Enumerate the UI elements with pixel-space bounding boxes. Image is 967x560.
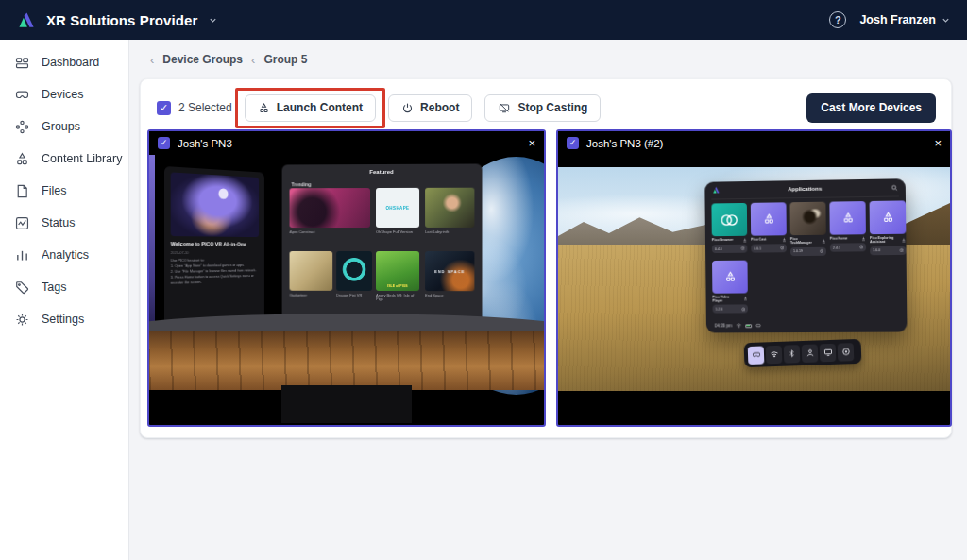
game-art-dragon bbox=[336, 251, 372, 291]
cast-stream-joshs-pn3[interactable]: Welcome to PICO VR All-in-One 2020-07-10… bbox=[149, 155, 544, 423]
app-tile: Pico Browser 0.4.0 bbox=[711, 203, 747, 257]
chevron-left-icon[interactable]: ‹ bbox=[150, 54, 154, 66]
floor-shadow bbox=[281, 385, 412, 423]
app-icon-content bbox=[870, 200, 907, 234]
letterbox-top bbox=[558, 155, 950, 167]
dock-power-button[interactable] bbox=[838, 343, 855, 362]
selected-count: 2 Selected bbox=[178, 101, 232, 114]
breadcrumb-device-groups[interactable]: Device Groups bbox=[162, 53, 243, 66]
device-panel-joshs-pn3-2: ✓ Josh's PN3 (#2) × bbox=[556, 129, 952, 427]
welcome-title: Welcome to PICO VR All-in-One bbox=[171, 241, 260, 248]
app-version-pill[interactable]: 1.0.19 bbox=[790, 246, 826, 255]
power-icon bbox=[401, 102, 414, 114]
content-library-icon bbox=[258, 102, 270, 114]
wood-floor bbox=[149, 331, 544, 390]
power-icon bbox=[840, 347, 850, 356]
reboot-button[interactable]: Reboot bbox=[388, 94, 472, 122]
cast-off-icon bbox=[498, 102, 511, 114]
sidebar-item-analytics[interactable]: Analytics bbox=[0, 239, 128, 271]
clock-icon bbox=[741, 307, 745, 312]
device-checkbox[interactable]: ✓ bbox=[567, 137, 579, 149]
game-art-isle-of-pigs: ISLE of PIGS bbox=[376, 251, 419, 291]
sidebar-item-tags[interactable]: Tags bbox=[0, 271, 128, 303]
download-icon bbox=[743, 297, 748, 301]
store-tile: OHSHAPE OhShape Full Version bbox=[376, 188, 419, 234]
search-icon bbox=[891, 184, 898, 191]
sidebar-item-settings[interactable]: Settings bbox=[0, 303, 128, 335]
app-version-pill[interactable]: 2.4.1 bbox=[830, 243, 866, 251]
device-panel-header: ✓ Josh's PN3 (#2) × bbox=[558, 131, 950, 155]
breadcrumb: ‹ Device Groups ‹ Group 5 bbox=[150, 53, 967, 66]
dock-headset-button[interactable] bbox=[748, 346, 765, 365]
select-all-checkbox[interactable]: ✓ bbox=[157, 101, 171, 115]
device-checkbox[interactable]: ✓ bbox=[158, 137, 170, 149]
user-menu[interactable]: Josh Franzen bbox=[859, 13, 950, 26]
dock-bluetooth-button[interactable] bbox=[784, 345, 801, 364]
controller-icon bbox=[755, 323, 761, 328]
store-tile: ISLE of PIGS Angry Birds VR: Isle of Pig… bbox=[376, 251, 419, 302]
close-icon[interactable]: × bbox=[934, 137, 942, 149]
app-tile: Pico Exploring Assistant 1.6.0 bbox=[870, 200, 907, 254]
game-art-ohshape: OHSHAPE bbox=[376, 188, 419, 228]
cast-stream-joshs-pn3-2[interactable]: Applications bbox=[558, 155, 950, 423]
sidebar-item-groups[interactable]: Groups bbox=[0, 110, 128, 143]
app-version-pill[interactable]: 1.2.6 bbox=[713, 305, 749, 314]
store-tile: END SPACE End Space bbox=[425, 251, 474, 298]
download-icon bbox=[742, 238, 747, 243]
close-icon[interactable]: × bbox=[528, 137, 535, 149]
store-tile: Gadgeteer bbox=[290, 251, 333, 297]
store-tile: Last Labyrinth bbox=[425, 188, 474, 235]
app-tile: Pico Cast 0.6.1 bbox=[751, 202, 787, 256]
main-content: ‹ Device Groups ‹ Group 5 ✓ 2 Selected L… bbox=[130, 40, 967, 560]
sidebar-item-files[interactable]: Files bbox=[0, 175, 128, 207]
clock-icon bbox=[819, 249, 823, 254]
vr-side-window-edge bbox=[149, 155, 155, 332]
dashboard-icon bbox=[14, 55, 30, 71]
download-icon bbox=[782, 237, 787, 242]
letterbox-bottom bbox=[558, 391, 950, 423]
dock-cast-button[interactable] bbox=[820, 343, 837, 362]
bluetooth-icon bbox=[788, 348, 796, 358]
vr-welcome-card: Welcome to PICO VR All-in-One 2020-07-10… bbox=[164, 166, 264, 334]
device-panel-header: ✓ Josh's PN3 × bbox=[149, 131, 544, 155]
game-art-apex bbox=[290, 188, 370, 228]
dock-wifi-button[interactable] bbox=[766, 345, 783, 364]
headset-icon bbox=[751, 350, 760, 360]
store-tile: Apex Construct bbox=[290, 188, 370, 234]
app-icon-photo bbox=[789, 202, 825, 236]
user-icon bbox=[805, 348, 814, 358]
user-name: Josh Franzen bbox=[859, 13, 936, 26]
sidebar-item-dashboard[interactable]: Dashboard bbox=[0, 46, 128, 78]
device-name: Josh's PN3 bbox=[178, 138, 232, 149]
download-icon bbox=[861, 236, 866, 241]
app-version-pill[interactable]: 0.4.0 bbox=[712, 245, 748, 253]
sidebar-item-content-library[interactable]: Content Library bbox=[0, 143, 128, 175]
wifi-icon bbox=[736, 323, 741, 328]
launch-content-button[interactable]: Launch Content bbox=[245, 94, 376, 122]
app-version-pill[interactable]: 0.6.1 bbox=[751, 244, 787, 252]
gear-icon bbox=[14, 312, 30, 328]
app-icon-content bbox=[712, 260, 748, 293]
applications-title: Applications bbox=[724, 185, 887, 194]
sidebar-item-status[interactable]: Status bbox=[0, 207, 128, 239]
game-art-labyrinth bbox=[425, 188, 474, 228]
help-icon[interactable]: ? bbox=[829, 11, 846, 28]
app-version-pill[interactable]: 1.6.0 bbox=[870, 246, 907, 254]
sidebar-item-devices[interactable]: Devices bbox=[0, 78, 128, 110]
top-bar: XR Solutions Provider ? Josh Franzen bbox=[0, 0, 967, 40]
cast-icon bbox=[823, 348, 832, 357]
sidebar: Dashboard Devices Groups Content Library… bbox=[0, 40, 129, 560]
vr-store-panel: Featured Trending Apex Construct OHSHAPE… bbox=[282, 164, 483, 328]
download-icon bbox=[901, 238, 906, 243]
stop-casting-button[interactable]: Stop Casting bbox=[484, 94, 601, 122]
device-panel-joshs-pn3: ✓ Josh's PN3 × Welcome to PICO VR All-in… bbox=[147, 129, 546, 427]
clock-icon bbox=[899, 248, 904, 253]
org-switcher[interactable]: XR Solutions Provider bbox=[17, 11, 217, 29]
cast-more-devices-button[interactable]: Cast More Devices bbox=[806, 93, 936, 123]
file-icon bbox=[14, 183, 30, 199]
toolbar: ✓ 2 Selected Launch Content Reboot bbox=[141, 79, 951, 121]
vr-status-bar: 04:39 pm bbox=[715, 323, 761, 328]
groups-icon bbox=[14, 119, 30, 135]
dock-user-button[interactable] bbox=[802, 344, 819, 363]
vr-quick-dock bbox=[744, 339, 862, 367]
